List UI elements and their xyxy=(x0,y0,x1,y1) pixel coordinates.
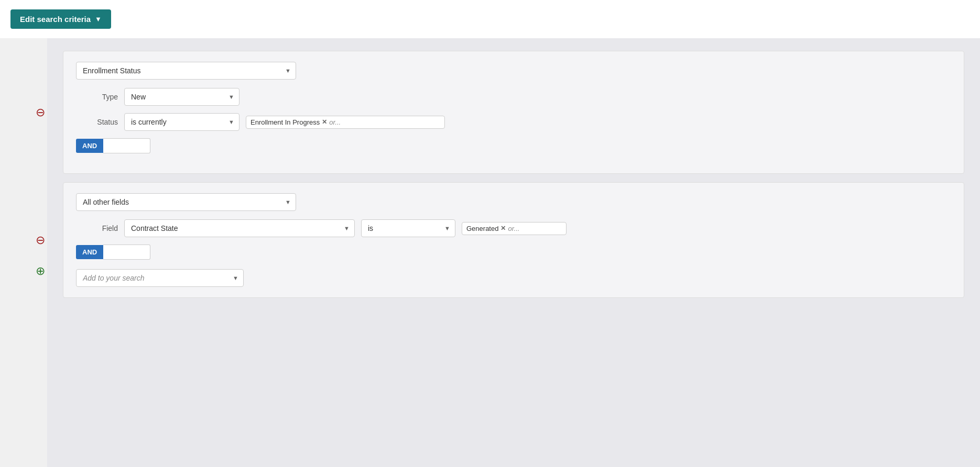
group-header-1: Enrollment Status xyxy=(76,62,951,80)
criteria-block-1: ⊖ Enrollment Status Type New xyxy=(63,51,964,174)
enrollment-status-group: Enrollment Status Type New Status is xyxy=(63,51,964,174)
main-panel: ⊖ Enrollment Status Type New xyxy=(47,38,980,467)
edit-criteria-label: Edit search criteria xyxy=(20,15,91,24)
field-select-wrapper: Contract State xyxy=(124,219,355,237)
generated-tag: Generated ✕ xyxy=(466,225,506,232)
status-type-select-wrapper: is currently xyxy=(124,113,239,131)
plus-circle-icon: ⊕ xyxy=(36,264,45,277)
status-row: Status is currently Enrollment In Progre… xyxy=(76,113,951,131)
remove-block-2-button[interactable]: ⊖ xyxy=(36,235,45,246)
add-search-row: Add to your search xyxy=(76,269,951,287)
group-select-wrapper-2: All other fields xyxy=(76,193,296,211)
field-row: Field Contract State is Generated ✕ xyxy=(76,219,951,237)
add-search-select[interactable]: Add to your search xyxy=(76,269,244,287)
criteria-block-2: ⊖ All other fields Field Contract State xyxy=(63,182,964,298)
status-type-select[interactable]: is currently xyxy=(124,113,239,131)
and-input-1[interactable] xyxy=(103,138,150,153)
remove-tag-button[interactable]: ✕ xyxy=(322,118,327,126)
is-select-wrapper: is xyxy=(361,219,455,237)
remove-block-1-button[interactable]: ⊖ xyxy=(36,107,45,118)
group-select-2[interactable]: All other fields xyxy=(76,193,296,211)
field-label: Field xyxy=(76,224,118,232)
add-search-wrapper: Add to your search xyxy=(76,269,244,287)
chevron-down-icon: ▼ xyxy=(95,15,102,23)
generated-container: Generated ✕ or... xyxy=(462,222,567,235)
is-select[interactable]: is xyxy=(361,219,455,237)
and-row-2: AND xyxy=(76,244,951,260)
all-other-fields-group: All other fields Field Contract State is xyxy=(63,182,964,298)
add-criteria-button[interactable]: ⊕ xyxy=(36,265,45,277)
enrollment-in-progress-tag: Enrollment In Progress ✕ xyxy=(251,118,327,126)
status-value-container: Enrollment In Progress ✕ or... xyxy=(246,116,445,129)
remove-generated-tag-button[interactable]: ✕ xyxy=(500,225,506,232)
or-placeholder: or... xyxy=(329,118,341,126)
group-header-2: All other fields xyxy=(76,193,951,211)
status-label: Status xyxy=(76,118,118,126)
and-input-2[interactable] xyxy=(103,244,150,260)
type-select[interactable]: New xyxy=(124,88,239,106)
type-select-wrapper: New xyxy=(124,88,239,106)
group-select-wrapper-1: Enrollment Status xyxy=(76,62,296,80)
generated-tag-label: Generated xyxy=(466,225,498,232)
and-button-1[interactable]: AND xyxy=(76,139,103,153)
generated-or-placeholder: or... xyxy=(508,225,519,232)
group-select-1[interactable]: Enrollment Status xyxy=(76,62,296,80)
and-row-1: AND xyxy=(76,138,951,153)
and-button-2[interactable]: AND xyxy=(76,245,103,259)
minus-circle-icon: ⊖ xyxy=(36,106,45,119)
edit-criteria-button[interactable]: Edit search criteria ▼ xyxy=(10,9,111,29)
minus-circle-icon-2: ⊖ xyxy=(36,234,45,247)
type-row: Type New xyxy=(76,88,951,106)
field-select[interactable]: Contract State xyxy=(124,219,355,237)
type-label: Type xyxy=(76,93,118,101)
tag-label: Enrollment In Progress xyxy=(251,118,320,126)
